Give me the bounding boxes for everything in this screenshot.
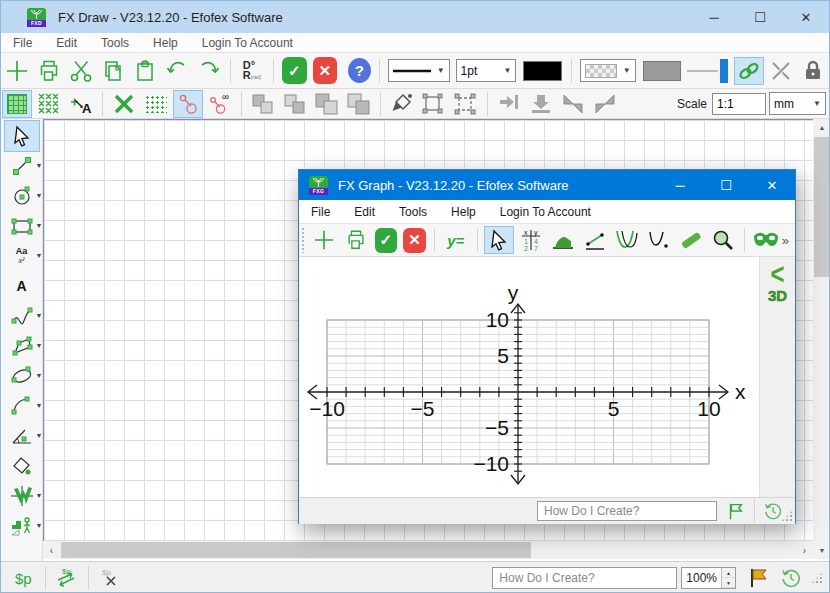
scroll-left-icon[interactable]: ‹ <box>43 545 60 556</box>
scroll-right-icon[interactable]: › <box>796 545 813 556</box>
refresh-prices-button[interactable]: $p <box>52 564 82 592</box>
copy-button[interactable] <box>98 57 128 85</box>
line-segment-button[interactable] <box>580 226 610 254</box>
iso-grid-button[interactable] <box>34 90 64 118</box>
tool-equation-text[interactable]: Aax²▼ <box>5 241 39 271</box>
resize-grip[interactable] <box>811 572 823 584</box>
vertical-scroll-thumb[interactable] <box>814 137 830 277</box>
close-button[interactable]: ✕ <box>749 170 795 200</box>
grid-toggle-button[interactable] <box>2 90 32 118</box>
hide-button[interactable] <box>751 226 781 254</box>
delete-points-button[interactable] <box>109 90 139 118</box>
scroll-down-icon[interactable]: ▼ <box>819 542 826 559</box>
graph-plot-area[interactable]: −10−5510105−5−10yx <box>299 257 759 497</box>
menu-file[interactable]: File <box>1 36 44 50</box>
horizontal-scroll-thumb[interactable] <box>61 542 531 558</box>
align-right-button[interactable] <box>494 90 524 118</box>
menu-tools[interactable]: Tools <box>387 205 439 219</box>
tool-line[interactable]: ▼ <box>5 151 39 181</box>
units-select[interactable]: mm▼ <box>769 92 826 115</box>
group-button[interactable] <box>419 90 449 118</box>
send-backward-button[interactable] <box>280 90 310 118</box>
history-button[interactable] <box>776 564 806 592</box>
snap-infinite-button[interactable]: ∞ <box>205 90 235 118</box>
tool-graph[interactable]: ▼ <box>5 481 39 511</box>
new-button[interactable] <box>2 57 32 85</box>
howto-search-input[interactable] <box>492 567 677 589</box>
function-plot-button[interactable] <box>612 226 642 254</box>
horizontal-scrollbar[interactable]: ‹ › <box>43 541 813 559</box>
menu-login[interactable]: Login To Account <box>488 205 603 219</box>
menu-edit[interactable]: Edit <box>44 36 89 50</box>
minimize-button[interactable]: ─ <box>691 1 737 33</box>
fill-color-swatch[interactable] <box>643 61 681 81</box>
line-width-select[interactable]: 1pt▼ <box>456 59 517 82</box>
menu-help[interactable]: Help <box>141 36 190 50</box>
line-style-select[interactable]: ▼ <box>388 59 450 82</box>
opacity-slider-track[interactable] <box>687 70 718 72</box>
paste-button[interactable] <box>130 57 160 85</box>
flip-horizontal-button[interactable] <box>558 90 588 118</box>
tool-circle[interactable]: ▼ <box>5 181 39 211</box>
tool-polygon[interactable]: ▼ <box>5 331 39 361</box>
tool-text[interactable]: A <box>5 271 39 301</box>
dot-grid-button[interactable] <box>141 90 171 118</box>
ungroup-button[interactable] <box>451 90 481 118</box>
collapse-panel-icon[interactable]: < <box>770 258 784 289</box>
tool-angle[interactable]: ▼ <box>5 421 39 451</box>
vertical-scrollbar[interactable]: ▲ ▼ <box>813 119 830 559</box>
scroll-up-icon[interactable]: ▲ <box>819 119 826 136</box>
tool-fill[interactable] <box>5 451 39 481</box>
tool-ellipse[interactable]: ▼ <box>5 361 39 391</box>
degrees-radians-toggle[interactable]: D°R(rad) <box>237 57 267 85</box>
maximize-button[interactable]: ☐ <box>737 1 783 33</box>
link-styles-button[interactable] <box>734 57 764 85</box>
menu-tools[interactable]: Tools <box>89 36 141 50</box>
menu-file[interactable]: File <box>299 205 342 219</box>
howto-search-input[interactable] <box>537 501 717 521</box>
new-button[interactable] <box>309 226 339 254</box>
send-to-back-button[interactable] <box>344 90 374 118</box>
tool-select[interactable] <box>5 121 39 151</box>
tool-rectangle[interactable]: ▼ <box>5 211 39 241</box>
snap-point-button[interactable] <box>173 90 203 118</box>
highlighter-button[interactable] <box>676 226 706 254</box>
menu-login[interactable]: Login To Account <box>190 36 305 50</box>
scale-input[interactable] <box>712 93 766 115</box>
select-mode-button[interactable] <box>484 226 514 254</box>
flag-button[interactable] <box>723 500 749 522</box>
lock-button[interactable] <box>798 57 828 85</box>
align-bottom-button[interactable] <box>526 90 556 118</box>
print-button[interactable] <box>34 57 64 85</box>
zoom-button[interactable] <box>708 226 738 254</box>
bring-forward-button[interactable] <box>248 90 278 118</box>
tool-curve[interactable]: ▼ <box>5 301 39 331</box>
fill-pattern-select[interactable]: ▼ <box>580 59 636 82</box>
minimize-button[interactable]: ─ <box>657 170 703 200</box>
undo-button[interactable] <box>162 57 192 85</box>
zoom-control[interactable]: 100% ▲▼ <box>681 567 736 589</box>
cut-button[interactable] <box>66 57 96 85</box>
apply-button[interactable]: ✓ <box>282 57 307 84</box>
point-plot-button[interactable] <box>644 226 674 254</box>
flip-vertical-button[interactable] <box>590 90 620 118</box>
maximize-button[interactable]: ☐ <box>703 170 749 200</box>
tool-arc[interactable]: ▼ <box>5 391 39 421</box>
help-button[interactable]: ? <box>348 58 371 83</box>
toolbar-grip[interactable] <box>301 227 305 253</box>
flag-button[interactable] <box>744 564 774 592</box>
cancel-button[interactable]: ✕ <box>313 57 338 84</box>
menu-help[interactable]: Help <box>439 205 488 219</box>
bring-to-front-button[interactable] <box>312 90 342 118</box>
toolbar-overflow-chevron[interactable]: » <box>782 233 789 248</box>
auto-label-button[interactable]: A <box>66 90 96 118</box>
price-tool-label[interactable]: $p <box>15 570 32 587</box>
redo-button[interactable] <box>194 57 224 85</box>
cancel-button[interactable]: ✕ <box>403 228 426 253</box>
history-button[interactable] <box>760 500 786 522</box>
print-button[interactable] <box>341 226 371 254</box>
unlink-styles-button[interactable] <box>766 57 796 85</box>
menu-edit[interactable]: Edit <box>342 205 387 219</box>
clear-prices-button[interactable]: $p <box>95 564 125 592</box>
opacity-slider-handle[interactable] <box>720 59 728 83</box>
